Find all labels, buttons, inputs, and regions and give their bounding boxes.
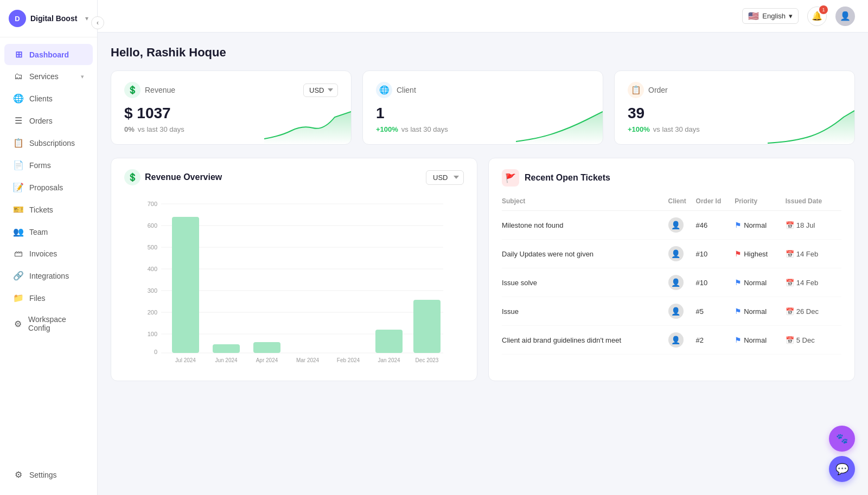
sidebar-item-label: Dashboard (29, 50, 69, 59)
chevron-down-icon: ▾ (81, 73, 84, 80)
tickets-header-icon: 🚩 (502, 169, 519, 187)
integrations-icon: 🔗 (13, 271, 24, 281)
subscriptions-icon: 📋 (13, 138, 24, 148)
sidebar-item-files[interactable]: 📁 Files (4, 287, 93, 308)
client-avatar: 👤 (668, 332, 684, 348)
tickets-icon: 🎫 (13, 204, 24, 215)
brand-logo[interactable]: D Digital Boost ▾ (0, 0, 97, 37)
ticket-client: 👤 (668, 268, 696, 297)
invoices-icon: 🗃 (13, 249, 24, 259)
sidebar-item-label: Integrations (29, 272, 69, 280)
svg-text:200: 200 (148, 309, 157, 316)
svg-text:400: 400 (148, 266, 157, 272)
revenue-chart-card: 💲 Revenue Overview USD EUR GBP 700 600 (111, 158, 477, 381)
ticket-order-id: #5 (696, 297, 735, 326)
sidebar-item-invoices[interactable]: 🗃 Invoices (4, 243, 93, 264)
table-row: Daily Updates were not given 👤 #10 ⚑ Hig… (502, 240, 841, 268)
svg-text:Jul 2024: Jul 2024 (175, 357, 196, 363)
bar-chart-svg: 700 600 500 400 300 200 100 0 (124, 194, 464, 368)
sidebar-item-tickets[interactable]: 🎫 Tickets (4, 199, 93, 220)
sidebar-item-label: Subscriptions (29, 139, 75, 147)
svg-text:600: 600 (148, 222, 157, 229)
ticket-order-id: #10 (696, 268, 735, 297)
user-avatar[interactable]: 👤 (835, 7, 855, 26)
svg-text:500: 500 (148, 244, 157, 250)
chart-title: Revenue Overview (145, 172, 222, 182)
services-icon: 🗂 (13, 72, 24, 81)
ticket-priority: ⚑ Highest (735, 240, 786, 268)
client-change-label: vs last 30 days (401, 125, 448, 133)
sidebar-item-dashboard[interactable]: ⊞ Dashboard (4, 44, 93, 65)
sidebar: D Digital Boost ▾ ⊞ Dashboard 🗂 Services… (0, 0, 98, 495)
notifications-badge: 1 (819, 5, 828, 14)
dashboard-icon: ⊞ (13, 49, 24, 60)
sidebar-item-integrations[interactable]: 🔗 Integrations (4, 265, 93, 286)
sidebar-collapse-button[interactable]: ‹ (98, 16, 104, 29)
ticket-client: 👤 (668, 297, 696, 326)
table-row: Client aid brand guidelines didn't meet … (502, 326, 841, 355)
language-selector[interactable]: 🇺🇸 English ▾ (742, 8, 799, 24)
bar-jan2024 (375, 330, 403, 353)
order-stat-card: 📋 Order 39 +100% vs last 30 days (614, 70, 855, 145)
sidebar-item-proposals[interactable]: 📝 Proposals (4, 177, 93, 198)
main-content: ‹ 🇺🇸 English ▾ 🔔 1 👤 Hello, Rashik Hoque… (98, 0, 868, 495)
sidebar-item-forms[interactable]: 📄 Forms (4, 155, 93, 176)
order-label: Order (648, 86, 668, 94)
ticket-priority: ⚑ Normal (735, 268, 786, 297)
client-avatar: 👤 (668, 217, 684, 233)
bar-jun2024 (213, 344, 240, 353)
calendar-icon: 📅 (786, 221, 794, 229)
stat-cards-row: 💲 Revenue USD EUR GBP $ 1037 0% vs last … (111, 70, 855, 145)
ticket-order-id: #46 (696, 211, 735, 240)
order-change-pct: +100% (628, 125, 650, 133)
notifications-button[interactable]: 🔔 1 (807, 7, 827, 26)
sidebar-item-label: Files (29, 294, 46, 303)
clients-icon: 🌐 (13, 93, 24, 104)
sidebar-item-clients[interactable]: 🌐 Clients (4, 88, 93, 109)
revenue-stat-card: 💲 Revenue USD EUR GBP $ 1037 0% vs last … (111, 70, 352, 145)
ticket-priority: ⚑ Normal (735, 297, 786, 326)
tickets-title: Recent Open Tickets (525, 173, 610, 183)
revenue-icon: 💲 (124, 82, 141, 98)
table-row: Milestone not found 👤 #46 ⚑ Normal 📅 18 … (502, 211, 841, 240)
ticket-date: 📅 5 Dec (786, 326, 841, 355)
sidebar-item-settings[interactable]: ⚙ Settings (4, 464, 93, 485)
tickets-table: Subject Client Order Id Priority Issued … (502, 197, 841, 355)
bar-dec2023 (413, 300, 441, 353)
sidebar-item-label: Forms (29, 161, 51, 170)
sidebar-item-workspace[interactable]: ⚙ Workspace Config (4, 310, 93, 338)
brand-name: Digital Boost (30, 14, 77, 23)
client-stat-card: 🌐 Client 1 +100% vs last 30 days (362, 70, 603, 145)
sidebar-item-team[interactable]: 👥 Team (4, 221, 93, 242)
sidebar-item-subscriptions[interactable]: 📋 Subscriptions (4, 132, 93, 153)
chart-currency-select[interactable]: USD EUR GBP (426, 170, 464, 185)
ticket-client: 👤 (668, 211, 696, 240)
client-icon: 🌐 (376, 82, 392, 98)
ticket-subject: Client aid brand guidelines didn't meet (502, 326, 668, 355)
header: ‹ 🇺🇸 English ▾ 🔔 1 👤 (98, 0, 868, 33)
ticket-date: 📅 26 Dec (786, 297, 841, 326)
sidebar-item-label: Clients (29, 94, 53, 103)
ticket-order-id: #2 (696, 326, 735, 355)
sidebar-item-label: Settings (29, 471, 57, 479)
calendar-icon: 📅 (786, 336, 794, 344)
chart-revenue-icon: 💲 (124, 169, 141, 185)
ticket-client: 👤 (668, 326, 696, 355)
svg-text:700: 700 (148, 201, 157, 207)
client-sparkline (516, 106, 603, 144)
language-label: English (762, 12, 786, 20)
client-change-pct: +100% (376, 125, 398, 133)
chat-fab-button[interactable]: 💬 (829, 456, 855, 482)
sidebar-item-orders[interactable]: ☰ Orders (4, 110, 93, 131)
bottom-section: 💲 Revenue Overview USD EUR GBP 700 600 (111, 158, 855, 381)
sidebar-item-label: Team (29, 228, 48, 236)
svg-text:300: 300 (148, 287, 157, 294)
ticket-date: 📅 14 Feb (786, 240, 841, 268)
logo-avatar: D (9, 10, 26, 27)
revenue-currency-select[interactable]: USD EUR GBP (303, 83, 338, 97)
col-order-id: Order Id (696, 197, 735, 211)
support-fab-button[interactable]: 🐾 (829, 426, 855, 452)
sidebar-item-services[interactable]: 🗂 Services ▾ (4, 66, 93, 87)
svg-text:Jun 2024: Jun 2024 (215, 357, 238, 363)
col-client: Client (668, 197, 696, 211)
